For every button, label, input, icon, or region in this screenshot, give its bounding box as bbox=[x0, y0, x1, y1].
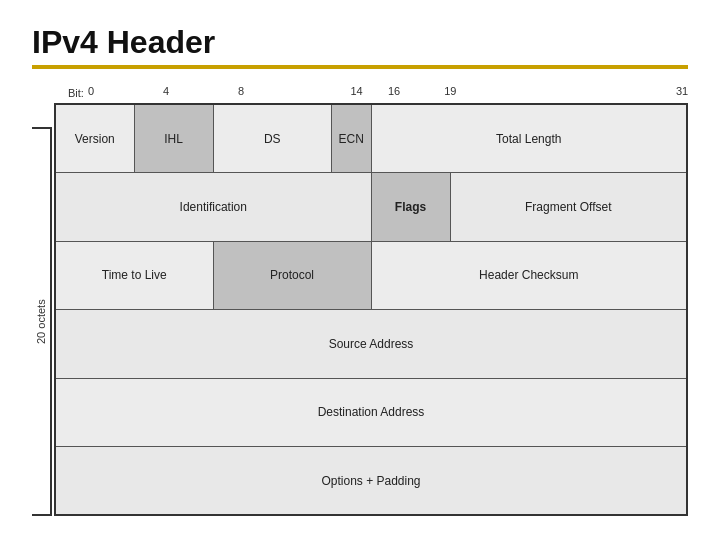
cell-header-checksum: Header Checksum bbox=[371, 241, 687, 310]
cell-flags: Flags bbox=[371, 173, 450, 242]
table-row: Options + Padding bbox=[55, 447, 687, 516]
table-row: Destination Address bbox=[55, 378, 687, 447]
table-row: Time to Live Protocol Header Checksum bbox=[55, 241, 687, 310]
cell-source-address: Source Address bbox=[55, 310, 687, 379]
bit-0: 0 bbox=[88, 85, 94, 97]
cell-fragment-offset: Fragment Offset bbox=[450, 173, 687, 242]
header-table: Version IHL DS ECN Total Length Identifi… bbox=[54, 103, 688, 516]
cell-ihl: IHL bbox=[134, 104, 213, 173]
cell-ttl: Time to Live bbox=[55, 241, 213, 310]
cell-ecn: ECN bbox=[332, 104, 372, 173]
bit-4: 4 bbox=[163, 85, 169, 97]
cell-ds: DS bbox=[213, 104, 332, 173]
outer-wrapper: Bit: 0 4 8 14 16 19 31 20 octets bbox=[32, 85, 688, 516]
diagram-container: Bit: 0 4 8 14 16 19 31 20 octets bbox=[32, 85, 688, 516]
cell-total-length: Total Length bbox=[371, 104, 687, 173]
page-title: IPv4 Header bbox=[32, 24, 688, 61]
table-row: Identification Flags Fragment Offset bbox=[55, 173, 687, 242]
bit-numbers-row: Bit: 0 4 8 14 16 19 31 bbox=[68, 85, 688, 101]
bit-label: Bit: bbox=[68, 85, 84, 101]
table-row: Source Address bbox=[55, 310, 687, 379]
title-underline bbox=[32, 65, 688, 69]
bit-16: 16 bbox=[388, 85, 400, 97]
bit-14: 14 bbox=[350, 85, 362, 97]
table-row: Version IHL DS ECN Total Length bbox=[55, 104, 687, 173]
cell-protocol: Protocol bbox=[213, 241, 371, 310]
cell-version: Version bbox=[55, 104, 134, 173]
cell-identification: Identification bbox=[55, 173, 371, 242]
bit-8: 8 bbox=[238, 85, 244, 97]
bit-19: 19 bbox=[444, 85, 456, 97]
side-label: 20 octets bbox=[32, 127, 52, 516]
cell-options-padding: Options + Padding bbox=[55, 447, 687, 516]
cell-dest-address: Destination Address bbox=[55, 378, 687, 447]
bit-31: 31 bbox=[676, 85, 688, 97]
